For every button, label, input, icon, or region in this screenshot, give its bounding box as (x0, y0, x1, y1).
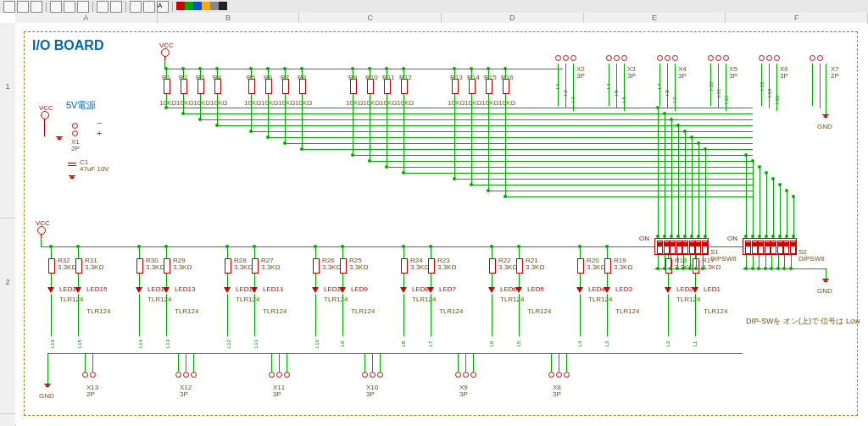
tool-open-icon[interactable] (17, 1, 29, 13)
resistor (136, 258, 143, 274)
led-icon (515, 287, 522, 293)
led-icon (692, 287, 698, 293)
resistor (577, 258, 584, 274)
net-label: L12 (226, 340, 231, 348)
resistor (516, 258, 523, 274)
led-icon (576, 287, 583, 293)
res-val: 10KΩ (397, 99, 414, 107)
tool-text-icon[interactable]: A (157, 1, 169, 13)
color-swatch[interactable] (185, 2, 193, 10)
res-val: 10KΩ (448, 99, 465, 107)
gnd-dip (821, 279, 831, 285)
led-name: LED15 (86, 285, 107, 293)
net-label: L10 (314, 340, 320, 348)
led-icon (312, 287, 319, 293)
led-name: LED4 (588, 285, 605, 293)
color-swatch[interactable] (219, 2, 227, 10)
net-label: L5 (516, 341, 521, 347)
dipsw[interactable] (743, 238, 797, 255)
gnd-c1 (67, 175, 77, 182)
net-label: I-10 (709, 82, 714, 91)
resistor (428, 258, 435, 274)
connector (707, 55, 730, 63)
conn-p: 2P (831, 72, 839, 80)
ruler-row: 1 (0, 23, 15, 219)
res-val: 10KΩ (465, 99, 481, 107)
led-type: TLR124 (588, 296, 612, 303)
net-label: I-13 (760, 82, 765, 91)
net-label: L3 (604, 341, 609, 347)
c1-val: 47uF 10V (80, 165, 109, 173)
conn-p: 3P (273, 390, 281, 398)
tool-new-icon[interactable] (3, 1, 15, 13)
net-label: L2 (665, 341, 670, 347)
tool-cut-icon[interactable] (50, 1, 62, 13)
ruler-col: F (726, 13, 868, 23)
led-name: LED1 (704, 285, 721, 293)
res-val: 3.3KΩ (498, 263, 517, 271)
ruler-col: C (299, 13, 442, 23)
color-swatch[interactable] (176, 2, 185, 10)
net-label: L14 (138, 340, 143, 348)
led-type: TLR124 (676, 296, 700, 303)
led-icon (47, 287, 54, 293)
led-type: TLR124 (412, 296, 436, 303)
ruler-col: B (158, 13, 300, 23)
res-val: 3.3KΩ (614, 263, 632, 271)
net-label: L6 (489, 341, 494, 347)
led-name: LED5 (527, 285, 544, 293)
res-val: 10KΩ (261, 99, 278, 107)
tool-save-icon[interactable] (31, 1, 42, 13)
res-val: 10KΩ (380, 99, 397, 107)
led-icon (400, 287, 407, 293)
res-name: R9 (348, 74, 357, 81)
power-label: 5V電源 (66, 99, 96, 112)
net-label: I-7 (657, 83, 662, 89)
res-val: 3.3KΩ (322, 263, 341, 271)
res-name: R1 (162, 74, 170, 81)
conn-p: 3P (366, 390, 375, 398)
resistor (604, 258, 611, 274)
color-swatch[interactable] (210, 2, 219, 10)
res-val: 3.3KΩ (526, 263, 544, 271)
connector (656, 55, 679, 63)
tool-line-icon[interactable] (130, 1, 142, 13)
connector (81, 372, 97, 379)
conn-p: 3P (180, 390, 188, 398)
net-label: I-1 (555, 83, 560, 89)
sheet-frame (24, 31, 858, 416)
led-type: TLR124 (439, 307, 463, 315)
res-name: R5 (247, 74, 255, 81)
dipsw-on: ON (727, 235, 737, 242)
connector (548, 372, 570, 379)
tool-undo-icon[interactable] (97, 1, 108, 13)
led-type: TLR124 (86, 307, 110, 315)
note-label: DIP-SWを オン(上)で 信号は Low (746, 316, 860, 327)
led-type: TLR124 (263, 307, 287, 315)
color-swatch[interactable] (193, 2, 202, 10)
net-label: I-14 (767, 89, 772, 97)
res-name: R15 (484, 74, 497, 81)
schematic-canvas[interactable]: ABCDEF 123 I/O BOARD 5V電源 VCC − + X1 2P … (0, 13, 868, 426)
res-name: R16 (501, 74, 514, 81)
resistor (48, 258, 55, 274)
tool-wire-icon[interactable] (143, 1, 155, 13)
res-name: R8 (298, 74, 306, 81)
tool-copy-icon[interactable] (64, 1, 75, 13)
tool-redo-icon[interactable] (110, 1, 122, 13)
minus-label: − (97, 118, 102, 128)
res-name: R10 (365, 74, 378, 81)
dipsw-type: DIPSW8 (798, 255, 825, 263)
res-val: 3.3KΩ (410, 263, 429, 271)
led-name: LED3 (615, 285, 632, 293)
board-title: I/O BOARD (32, 38, 103, 53)
conn-p: 3P (678, 72, 687, 80)
res-val: 10KΩ (278, 99, 295, 107)
color-swatch[interactable] (202, 2, 210, 10)
res-val: 3.3KΩ (261, 263, 280, 271)
cap-c1 (68, 160, 76, 169)
dipsw[interactable] (654, 238, 709, 255)
ruler-col: E (584, 13, 726, 23)
resistor (252, 258, 259, 274)
tool-paste-icon[interactable] (77, 1, 89, 13)
